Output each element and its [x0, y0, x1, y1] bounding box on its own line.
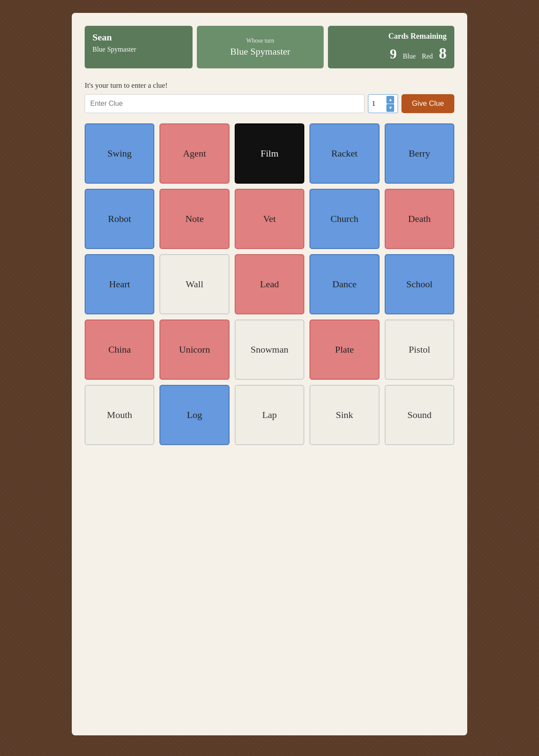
- whose-turn-value: Blue Spymaster: [230, 46, 291, 57]
- red-label: Red: [422, 52, 433, 60]
- card-swing[interactable]: Swing: [85, 123, 154, 184]
- clue-row: 1 ▲ ▼ Give Clue: [85, 94, 454, 113]
- card-lead[interactable]: Lead: [235, 254, 304, 314]
- player-card: Sean Blue Spymaster: [85, 26, 193, 68]
- player-name: Sean: [92, 32, 185, 43]
- card-dance[interactable]: Dance: [309, 254, 379, 314]
- card-note[interactable]: Note: [159, 189, 229, 249]
- card-vet[interactable]: Vet: [235, 189, 304, 249]
- card-grid: SwingAgentFilmRacketBerryRobotNoteVetChu…: [85, 123, 454, 445]
- cards-remaining-counts: 9 Blue Red 8: [336, 44, 447, 62]
- card-racket[interactable]: Racket: [309, 123, 379, 184]
- cards-remaining-card: Cards Remaining 9 Blue Red 8: [328, 26, 454, 68]
- clue-prompt: It's your turn to enter a clue!: [85, 81, 454, 90]
- card-film[interactable]: Film: [235, 123, 304, 184]
- spinner-arrows: ▲ ▼: [386, 96, 394, 112]
- red-count: 8: [439, 44, 447, 62]
- number-spinner: 1 ▲ ▼: [368, 94, 398, 113]
- spinner-down[interactable]: ▼: [386, 104, 394, 112]
- card-sink[interactable]: Sink: [309, 385, 379, 445]
- give-clue-button[interactable]: Give Clue: [401, 94, 454, 113]
- page-container: Sean Blue Spymaster Whose turn Blue Spym…: [72, 13, 467, 735]
- card-plate[interactable]: Plate: [309, 320, 379, 380]
- header-row: Sean Blue Spymaster Whose turn Blue Spym…: [85, 26, 454, 68]
- card-lap[interactable]: Lap: [235, 385, 304, 445]
- card-sound[interactable]: Sound: [385, 385, 454, 445]
- spinner-up[interactable]: ▲: [386, 96, 394, 104]
- card-log[interactable]: Log: [159, 385, 229, 445]
- card-unicorn[interactable]: Unicorn: [159, 320, 229, 380]
- card-berry[interactable]: Berry: [385, 123, 454, 184]
- card-wall[interactable]: Wall: [159, 254, 229, 314]
- card-snowman[interactable]: Snowman: [235, 320, 304, 380]
- card-robot[interactable]: Robot: [85, 189, 154, 249]
- cards-remaining-title: Cards Remaining: [336, 32, 447, 41]
- card-church[interactable]: Church: [309, 189, 379, 249]
- whose-turn-card: Whose turn Blue Spymaster: [197, 26, 323, 68]
- card-agent[interactable]: Agent: [159, 123, 229, 184]
- clue-section: It's your turn to enter a clue! 1 ▲ ▼ Gi…: [85, 81, 454, 113]
- blue-label: Blue: [403, 52, 416, 60]
- clue-input[interactable]: [85, 94, 364, 113]
- blue-count: 9: [390, 46, 397, 62]
- card-pistol[interactable]: Pistol: [385, 320, 454, 380]
- card-heart[interactable]: Heart: [85, 254, 154, 314]
- card-mouth[interactable]: Mouth: [85, 385, 154, 445]
- card-death[interactable]: Death: [385, 189, 454, 249]
- spinner-value: 1: [372, 100, 386, 108]
- player-role: Blue Spymaster: [92, 46, 185, 53]
- whose-turn-label: Whose turn: [246, 37, 274, 44]
- card-china[interactable]: China: [85, 320, 154, 380]
- card-school[interactable]: School: [385, 254, 454, 314]
